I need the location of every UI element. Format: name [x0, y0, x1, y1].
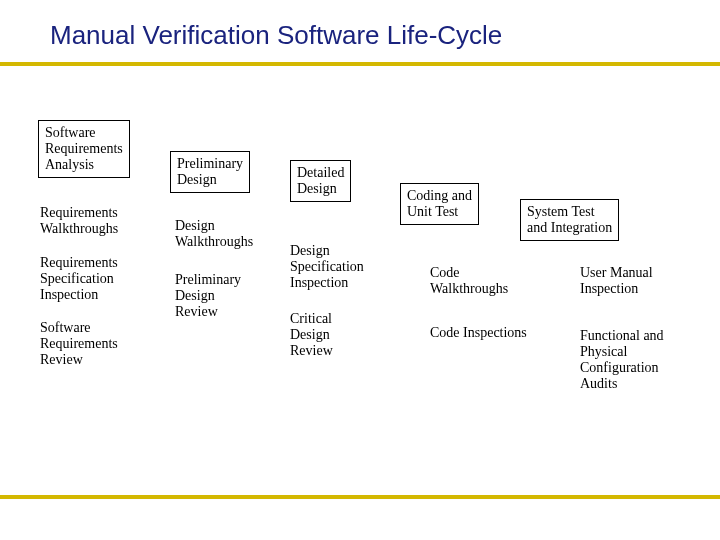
box-coding-unit-test: Coding andUnit Test	[400, 183, 479, 225]
box-detailed-design: DetailedDesign	[290, 160, 351, 202]
label-critical-design-review: CriticalDesignReview	[290, 311, 333, 359]
box-preliminary-design: PreliminaryDesign	[170, 151, 250, 193]
label-design-walkthroughs: DesignWalkthroughs	[175, 218, 253, 250]
footer-rule	[0, 495, 720, 499]
label-code-inspections: Code Inspections	[430, 325, 527, 341]
box-system-test-integration: System Testand Integration	[520, 199, 619, 241]
title-rule	[0, 62, 720, 66]
label-requirements-walkthroughs: RequirementsWalkthroughs	[40, 205, 118, 237]
label-requirements-specification-inspection: RequirementsSpecificationInspection	[40, 255, 118, 303]
label-code-walkthroughs: CodeWalkthroughs	[430, 265, 508, 297]
label-user-manual-inspection: User ManualInspection	[580, 265, 653, 297]
label-software-requirements-review: SoftwareRequirementsReview	[40, 320, 118, 368]
label-preliminary-design-review: PreliminaryDesignReview	[175, 272, 241, 320]
label-design-specification-inspection: DesignSpecificationInspection	[290, 243, 364, 291]
box-software-requirements-analysis: SoftwareRequirementsAnalysis	[38, 120, 130, 178]
page-title: Manual Verification Software Life-Cycle	[50, 20, 502, 51]
label-functional-physical-config-audits: Functional andPhysicalConfigurationAudit…	[580, 328, 664, 392]
